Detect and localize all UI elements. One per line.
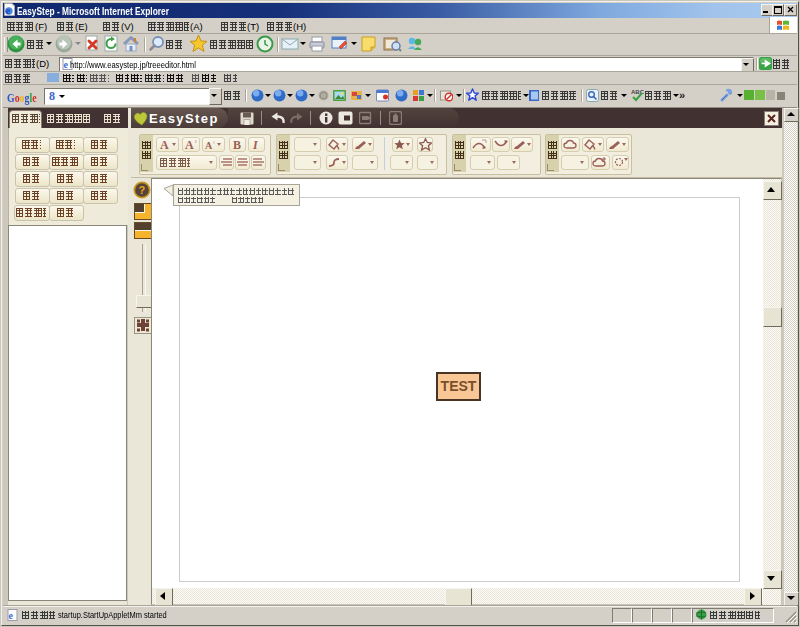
svg-text:e: e [9,610,14,621]
svg-text:e: e [64,59,69,70]
svg-text:?: ? [139,184,146,196]
svg-text:e: e [6,5,11,16]
